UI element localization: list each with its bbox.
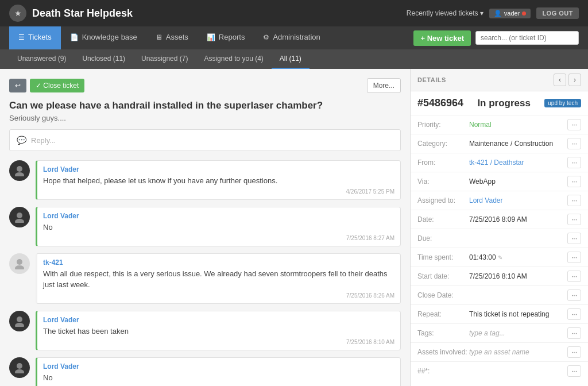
message-sender[interactable]: Lord Vader (43, 212, 394, 220)
avatar (9, 311, 30, 331)
start-date-edit-button[interactable]: ··· (567, 271, 581, 282)
messages-list: Lord Vader Hope that helped, please let … (9, 160, 401, 386)
svg-point-9 (15, 369, 24, 373)
detail-row-assigned: Assigned to: Lord Vader ··· (411, 191, 588, 210)
detail-row-tags: Tags: type a tag... ··· (411, 323, 588, 342)
svg-point-5 (15, 265, 24, 269)
close-date-label: Close Date: (417, 291, 469, 299)
assigned-value[interactable]: Lord Vader (469, 196, 564, 204)
message-item: tk-421 With all due respect, this is a v… (9, 253, 401, 303)
assigned-label: Assigned to: (417, 196, 469, 204)
topbar: ★ Death Star Helpdesk Recently viewed ti… (0, 0, 588, 26)
priority-value: Normal (469, 121, 564, 129)
nav-tab-administration[interactable]: ⚙ Administration (254, 26, 329, 49)
detail-row-time-spent: Time spent: 01:43:00 ✎ ··· (411, 248, 588, 267)
close-ticket-button[interactable]: ✓ Close ticket (30, 79, 84, 92)
time-spent-edit-button[interactable]: ··· (567, 252, 581, 263)
repeat-edit-button[interactable]: ··· (567, 308, 581, 320)
subnav-tab-unassigned[interactable]: Unassigned (7) (133, 49, 196, 69)
svg-point-2 (17, 213, 22, 218)
svg-point-4 (17, 259, 22, 265)
nav-tab-knowledge-base[interactable]: 📄 Knowledge base (61, 26, 146, 49)
recently-viewed[interactable]: Recently viewed tickets ▾ (407, 9, 483, 17)
message-sender[interactable]: Lord Vader (43, 362, 394, 370)
due-edit-button[interactable]: ··· (567, 233, 581, 244)
detail-row-from: From: tk-421 / Deathstar ··· (411, 153, 588, 172)
more-button[interactable]: More... (367, 78, 401, 93)
nav-tab-tickets[interactable]: ☰ Tickets (9, 26, 61, 49)
message-sender[interactable]: tk-421 (43, 258, 394, 267)
date-edit-button[interactable]: ··· (567, 214, 581, 225)
assets-input[interactable]: type an asset name (469, 348, 564, 356)
category-value: Maintenance / Construction (469, 140, 564, 148)
bottom-edit-button[interactable]: ··· (567, 365, 581, 377)
subnav-tab-unclosed[interactable]: Unclosed (11) (74, 49, 133, 69)
tags-edit-button[interactable]: ··· (567, 327, 581, 339)
ticket-id: #5486964 (417, 97, 463, 109)
reply-icon: 💬 (17, 136, 26, 145)
details-title: DETAILS (417, 76, 446, 83)
message-timestamp: 7/25/2016 8:26 AM (43, 292, 394, 299)
message-item: Lord Vader Hope that helped, please let … (9, 160, 401, 200)
from-label: From: (417, 159, 469, 167)
priority-edit-button[interactable]: ··· (567, 119, 581, 130)
message-item: Lord Vader No 7/25/2016 8:27 AM (9, 207, 401, 246)
detail-row-close-date: Close Date: ··· (411, 285, 588, 304)
message-sender[interactable]: Lord Vader (43, 165, 394, 173)
nav-right: New ticket (413, 30, 579, 46)
username: vader (504, 10, 520, 17)
message-text: No (43, 222, 394, 233)
status-label: In progress (477, 98, 531, 109)
prev-ticket-button[interactable]: ‹ (554, 74, 566, 86)
ticket-actions: ↩ ✓ Close ticket More... (9, 78, 401, 93)
subnav-tab-all[interactable]: All (11) (272, 49, 310, 69)
app-title: Death Star Helpdesk (32, 7, 133, 20)
user-badge[interactable]: 👤 vader (489, 9, 531, 18)
nav-tab-reports-label: Reports (219, 33, 245, 41)
detail-row-bottom: ##*: ··· (411, 361, 588, 380)
upd-badge: upd by tech (544, 99, 581, 107)
subnav-tab-unanswered[interactable]: Unanswered (9) (9, 49, 74, 69)
start-date-label: Start date: (417, 272, 469, 280)
assets-edit-button[interactable]: ··· (567, 346, 581, 358)
new-ticket-button[interactable]: New ticket (413, 30, 471, 46)
date-label: Date: (417, 215, 469, 223)
detail-row-priority: Priority: Normal ··· (411, 115, 588, 134)
category-edit-button[interactable]: ··· (567, 138, 581, 149)
subnav-tab-assigned[interactable]: Assigned to you (4) (196, 49, 271, 69)
logout-button[interactable]: LOG OUT (536, 7, 579, 19)
reply-placeholder: Reply... (31, 136, 56, 145)
back-button[interactable]: ↩ (9, 79, 26, 92)
detail-row-category: Category: Maintenance / Construction ··· (411, 134, 588, 153)
svg-point-0 (17, 166, 22, 172)
via-edit-button[interactable]: ··· (567, 176, 581, 187)
nav-tab-tickets-label: Tickets (28, 33, 52, 41)
message-bubble: Lord Vader The ticket has been taken 7/2… (36, 311, 401, 350)
reply-box[interactable]: 💬 Reply... (9, 129, 401, 151)
nav-tab-assets[interactable]: 🖥 Assets (146, 26, 198, 49)
priority-label: Priority: (417, 121, 469, 129)
detail-row-start-date: Start date: 7/25/2016 8:10 AM ··· (411, 267, 588, 285)
message-text: Hope that helped, please let us know if … (43, 176, 394, 186)
navbar: ☰ Tickets 📄 Knowledge base 🖥 Assets 📊 Re… (0, 26, 588, 49)
tags-input[interactable]: type a tag... (469, 329, 564, 337)
nav-tab-reports[interactable]: 📊 Reports (198, 26, 254, 49)
avatar (9, 357, 30, 378)
message-text: No (43, 373, 394, 383)
bottom-field-label: ##*: (417, 367, 469, 375)
nav-tabs: ☰ Tickets 📄 Knowledge base 🖥 Assets 📊 Re… (9, 26, 330, 49)
details-nav: ‹ › (554, 74, 581, 86)
search-input[interactable] (475, 31, 579, 45)
admin-icon: ⚙ (263, 33, 269, 41)
tickets-icon: ☰ (18, 33, 25, 41)
from-value[interactable]: tk-421 / Deathstar (469, 159, 564, 167)
assigned-edit-button[interactable]: ··· (567, 195, 581, 206)
repeat-label: Repeat: (417, 310, 469, 318)
message-sender[interactable]: Lord Vader (43, 316, 394, 324)
close-date-edit-button[interactable]: ··· (567, 290, 581, 301)
from-edit-button[interactable]: ··· (567, 157, 581, 168)
left-panel: ↩ ✓ Close ticket More... Can we please h… (0, 69, 410, 386)
detail-row-repeat: Repeat: This ticket is not repeating ··· (411, 304, 588, 323)
next-ticket-button[interactable]: › (568, 74, 581, 86)
ticket-subtitle: Seriously guys.... (9, 114, 401, 122)
